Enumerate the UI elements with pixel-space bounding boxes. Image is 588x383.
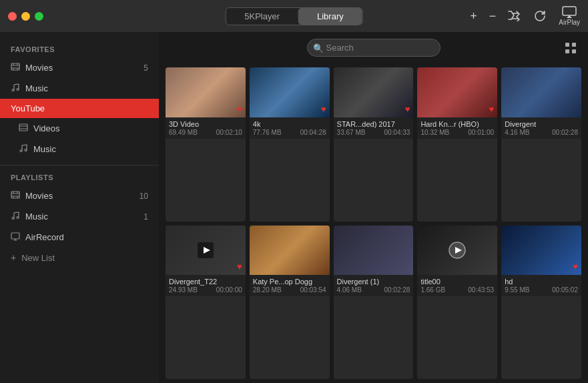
- video-title: 4k: [253, 120, 326, 128]
- minimize-button[interactable]: [21, 12, 30, 21]
- grid-toggle-button[interactable]: [564, 41, 577, 55]
- sidebar-item-movies[interactable]: Movies 5: [0, 57, 159, 78]
- video-title: Divergent_T22: [169, 278, 242, 286]
- video-title: Divergent (1): [337, 278, 410, 286]
- sidebar-item-youtube[interactable]: YouTube: [0, 99, 159, 118]
- sidebar-item-airrecord[interactable]: AirRecord: [0, 227, 159, 248]
- video-thumbnail: ♥: [166, 226, 246, 276]
- sidebar-movies2-label: Movies: [25, 191, 53, 201]
- refresh-button[interactable]: [533, 9, 547, 23]
- video-card-v3[interactable]: ♥ STAR...ded) 2017 33.67 MB 00:04:33: [334, 67, 414, 222]
- search-input[interactable]: [307, 39, 440, 57]
- sidebar-videos-label: Videos: [33, 123, 60, 133]
- sidebar-item-music2[interactable]: Music: [0, 139, 159, 159]
- video-info: Divergent_T22 24.93 MB 00:00:00: [166, 275, 246, 296]
- video-meta: 77.76 MB 00:04:28: [253, 129, 326, 136]
- minus-button[interactable]: −: [489, 9, 497, 23]
- music2-icon: [19, 143, 28, 155]
- video-size: 10.32 MB: [420, 129, 449, 136]
- close-button[interactable]: [8, 12, 17, 21]
- video-title: hd: [505, 278, 578, 286]
- video-info: hd 9.55 MB 00:05:02: [501, 275, 581, 296]
- video-thumbnail: [334, 226, 414, 276]
- video-info: Katy Pe...op Dogg 28.20 MB 00:03:54: [250, 275, 330, 296]
- svg-point-14: [25, 149, 27, 151]
- video-meta: 4.16 MB 00:02:28: [505, 129, 578, 136]
- video-card-v1[interactable]: ♥ 3D Video 69.49 MB 00:02:10: [166, 67, 246, 222]
- search-wrapper: 🔍: [307, 39, 440, 57]
- sidebar-item-music3[interactable]: Music 1: [0, 206, 159, 227]
- video-info: 3D Video 69.49 MB 00:02:10: [166, 117, 246, 139]
- video-size: 4.16 MB: [505, 129, 529, 136]
- sidebar-item-movies2[interactable]: Movies 10: [0, 185, 159, 206]
- tab-library[interactable]: Library: [298, 8, 362, 25]
- heart-icon: ♥: [405, 104, 410, 114]
- titlebar-actions: + − AirPlay: [470, 6, 580, 26]
- shuffle-button[interactable]: [508, 11, 521, 21]
- svg-rect-24: [11, 233, 19, 239]
- video-meta: 69.49 MB 00:02:10: [169, 129, 242, 136]
- video-meta: 33.67 MB 00:04:33: [337, 129, 410, 136]
- maximize-button[interactable]: [35, 12, 43, 21]
- new-list-item[interactable]: + New List: [0, 248, 159, 268]
- video-size: 28.20 MB: [253, 286, 282, 294]
- airplay-button[interactable]: AirPlay: [559, 6, 580, 26]
- video-title: STAR...ded) 2017: [337, 120, 410, 128]
- video-meta: 1.66 GB 00:43:53: [420, 286, 494, 294]
- video-info: Hard Kn...r (HBO) 10.32 MB 00:01:00: [417, 117, 497, 139]
- video-size: 69.49 MB: [169, 129, 198, 136]
- sidebar-item-music[interactable]: Music: [0, 78, 159, 99]
- add-button[interactable]: +: [470, 9, 477, 23]
- svg-rect-0: [563, 7, 576, 15]
- heart-icon: ♥: [321, 104, 326, 114]
- sidebar-movies2-count: 10: [139, 192, 148, 201]
- video-meta: 28.20 MB 00:03:54: [253, 286, 326, 294]
- video-thumbnail: [417, 226, 497, 276]
- video-title: 3D Video: [169, 120, 242, 128]
- sidebar-music3-label: Music: [25, 212, 48, 222]
- video-card-v4[interactable]: ♥ Hard Kn...r (HBO) 10.32 MB 00:01:00: [417, 67, 497, 222]
- video-size: 1.66 GB: [420, 286, 445, 294]
- airrecord-icon: [11, 232, 20, 243]
- tab-5kplayer[interactable]: 5KPlayer: [226, 8, 298, 25]
- tab-group: 5KPlayer Library: [225, 7, 363, 25]
- video-card-v8[interactable]: Divergent (1) 4.06 MB 00:02:28: [334, 226, 414, 380]
- sidebar: Favorites Movies 5 Music YouTube Videos: [0, 32, 159, 383]
- video-card-v9[interactable]: title00 1.66 GB 00:43:53: [417, 226, 497, 380]
- video-size: 33.67 MB: [337, 129, 366, 136]
- svg-rect-26: [572, 43, 576, 47]
- airplay-label: AirPlay: [559, 19, 580, 26]
- video-card-v6[interactable]: ♥ Divergent_T22 24.93 MB 00:00:00: [166, 226, 246, 380]
- video-meta: 4.06 MB 00:02:28: [337, 286, 410, 294]
- main-layout: Favorites Movies 5 Music YouTube Videos: [0, 32, 588, 383]
- svg-point-22: [12, 218, 14, 220]
- svg-point-23: [17, 217, 19, 219]
- svg-rect-25: [565, 43, 569, 47]
- video-info: 4k 77.76 MB 00:04:28: [250, 117, 330, 139]
- svg-rect-27: [565, 49, 569, 53]
- video-card-v5[interactable]: Divergent 4.16 MB 00:02:28: [501, 67, 581, 222]
- video-card-v10[interactable]: ♥ hd 9.55 MB 00:05:02: [501, 226, 581, 380]
- sidebar-music3-count: 1: [143, 212, 148, 222]
- video-card-v7[interactable]: Katy Pe...op Dogg 28.20 MB 00:03:54: [250, 226, 330, 380]
- sidebar-airrecord-label: AirRecord: [25, 232, 64, 242]
- sidebar-item-videos[interactable]: Videos: [0, 118, 159, 139]
- search-bar: 🔍: [159, 32, 588, 63]
- svg-point-8: [12, 89, 14, 91]
- video-duration: 00:02:28: [552, 129, 578, 136]
- video-grid: ♥ 3D Video 69.49 MB 00:02:10 ♥ 4k 77.76 …: [159, 63, 588, 383]
- svg-rect-15: [11, 192, 19, 198]
- heart-icon: ♥: [489, 104, 494, 114]
- svg-rect-28: [572, 49, 576, 53]
- video-card-v2[interactable]: ♥ 4k 77.76 MB 00:04:28: [250, 67, 330, 222]
- video-duration: 00:02:10: [216, 129, 242, 136]
- sidebar-youtube-label: YouTube: [11, 103, 45, 113]
- video-thumbnail: ♥: [501, 226, 581, 276]
- video-thumbnail: ♥: [166, 67, 246, 117]
- video-duration: 00:00:00: [216, 286, 242, 294]
- video-duration: 00:04:28: [300, 129, 326, 136]
- video-size: 9.55 MB: [505, 286, 529, 294]
- heart-icon: ♥: [237, 262, 242, 272]
- svg-rect-1: [11, 63, 19, 70]
- video-meta: 9.55 MB 00:05:02: [505, 286, 578, 294]
